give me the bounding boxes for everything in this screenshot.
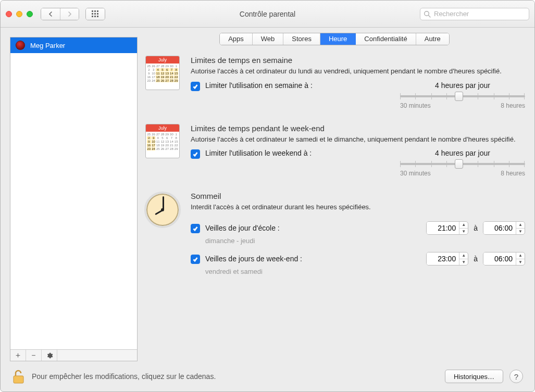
titlebar: Contrôle parental bbox=[1, 1, 534, 28]
user-options-button[interactable] bbox=[42, 350, 57, 361]
user-row-selected[interactable]: Meg Parker bbox=[10, 37, 137, 53]
svg-rect-2 bbox=[97, 10, 98, 12]
school-night-row: Veilles de jour d'école : ▲▼ à ▲▼ bbox=[191, 221, 525, 235]
tab-web[interactable]: Web bbox=[253, 33, 284, 45]
search-icon bbox=[424, 10, 431, 18]
school-end-time[interactable]: ▲▼ bbox=[483, 221, 525, 235]
grid-icon bbox=[86, 8, 105, 20]
weekend-title: Limites de temps pendant le week-end bbox=[191, 124, 525, 133]
stepper-up-icon[interactable]: ▲ bbox=[459, 252, 468, 259]
weekend-night-checkbox[interactable] bbox=[191, 255, 200, 264]
tab-stores[interactable]: Stores bbox=[283, 33, 320, 45]
weekday-checkbox-label: Limiter l'utilisation en semaine à : bbox=[205, 81, 313, 90]
minimize-window-button[interactable] bbox=[16, 11, 22, 17]
sidebar-action-bar: ＋ － bbox=[10, 349, 137, 361]
weekday-slider[interactable] bbox=[400, 92, 525, 101]
svg-line-10 bbox=[428, 15, 430, 17]
calendar-weekday-icon: July 2526272829301 2345678 9101112131415… bbox=[145, 56, 180, 90]
weekend-section: July 2526272829301 2345678 9101112131415… bbox=[144, 124, 525, 178]
school-night-label: Veilles de jour d'école : bbox=[205, 224, 280, 232]
weekend-slider-value: 4 heures par jour bbox=[400, 149, 525, 157]
tab-apps[interactable]: Apps bbox=[220, 33, 253, 45]
user-list: Meg Parker bbox=[10, 37, 137, 349]
svg-rect-5 bbox=[97, 13, 98, 15]
weekday-slider-min: 30 minutes bbox=[400, 102, 431, 109]
to-label: à bbox=[474, 255, 478, 263]
back-button[interactable] bbox=[41, 8, 60, 20]
svg-rect-0 bbox=[92, 10, 93, 12]
weekend-slider-max: 8 heures bbox=[501, 170, 525, 177]
main-panel: Apps Web Stores Heure Confidentialité Au… bbox=[138, 28, 534, 361]
gear-icon bbox=[46, 352, 53, 359]
weekend-slider[interactable] bbox=[400, 159, 525, 169]
school-start-time[interactable]: ▲▼ bbox=[426, 221, 468, 235]
school-night-note: dimanche - jeudi bbox=[205, 237, 525, 245]
stepper-down-icon[interactable]: ▼ bbox=[516, 228, 525, 234]
footer-bar: Pour empêcher les modifications, cliquez… bbox=[1, 361, 534, 391]
weekend-slider-min: 30 minutes bbox=[400, 170, 431, 177]
school-end-input[interactable] bbox=[483, 222, 516, 234]
weekday-checkbox[interactable] bbox=[191, 82, 200, 91]
show-all-preferences[interactable] bbox=[85, 8, 105, 20]
weekend-night-label: Veilles de jours de week-end : bbox=[205, 255, 302, 263]
school-night-checkbox[interactable] bbox=[191, 224, 200, 233]
avatar-icon bbox=[16, 41, 25, 50]
weekday-section: July 2526272829301 2345678 9101112131415… bbox=[144, 56, 525, 109]
logs-button[interactable]: Historiques… bbox=[445, 370, 503, 383]
weekend-night-row: Veilles de jours de week-end : ▲▼ à ▲▼ bbox=[191, 252, 525, 265]
unlock-icon[interactable] bbox=[12, 369, 26, 384]
content-body: Meg Parker ＋ － Apps Web Stores Heure Con… bbox=[1, 28, 534, 361]
search-input[interactable] bbox=[420, 8, 529, 20]
forward-button[interactable] bbox=[60, 8, 79, 20]
clock-icon bbox=[144, 192, 181, 228]
weekend-checkbox-label: Limiter l'utilisation le weekend à : bbox=[205, 149, 312, 157]
weekend-checkbox[interactable] bbox=[191, 149, 200, 159]
preferences-window: Contrôle parental Meg Parker ＋ － bbox=[0, 0, 535, 392]
svg-rect-4 bbox=[94, 13, 96, 15]
weekend-start-input[interactable] bbox=[427, 252, 459, 265]
weekend-desc: Autorise l'accès à cet ordinateur le sam… bbox=[191, 135, 525, 144]
to-label: à bbox=[474, 224, 478, 232]
slider-knob-icon bbox=[455, 92, 463, 101]
weekday-desc: Autorise l'accès à cet ordinateur du lun… bbox=[191, 67, 525, 76]
weekday-title: Limites de temps en semaine bbox=[191, 56, 525, 65]
slider-knob-icon bbox=[455, 159, 463, 169]
svg-rect-7 bbox=[94, 16, 96, 17]
svg-rect-8 bbox=[97, 16, 98, 17]
lock-text: Pour empêcher les modifications, cliquez… bbox=[32, 372, 216, 381]
bedtime-desc: Interdit l'accès à cet ordinateur durant… bbox=[191, 203, 525, 212]
tab-time[interactable]: Heure bbox=[320, 33, 356, 45]
weekday-slider-max: 8 heures bbox=[501, 102, 525, 109]
tab-privacy[interactable]: Confidentialité bbox=[356, 33, 416, 45]
school-start-input[interactable] bbox=[427, 222, 459, 234]
stepper-down-icon[interactable]: ▼ bbox=[459, 228, 468, 234]
weekend-end-input[interactable] bbox=[483, 252, 516, 265]
add-user-button[interactable]: ＋ bbox=[10, 350, 26, 361]
category-tabs: Apps Web Stores Heure Confidentialité Au… bbox=[219, 33, 450, 45]
bedtime-section: Sommeil Interdit l'accès à cet ordinateu… bbox=[144, 192, 525, 283]
remove-user-button[interactable]: － bbox=[26, 350, 42, 361]
stepper-up-icon[interactable]: ▲ bbox=[516, 252, 525, 259]
weekend-night-note: vendredi et samedi bbox=[205, 268, 525, 275]
svg-rect-1 bbox=[94, 10, 96, 12]
help-button[interactable]: ? bbox=[509, 370, 523, 383]
window-controls bbox=[6, 11, 33, 17]
stepper-down-icon[interactable]: ▼ bbox=[516, 259, 525, 265]
stepper-up-icon[interactable]: ▲ bbox=[459, 222, 468, 228]
stepper-up-icon[interactable]: ▲ bbox=[516, 222, 525, 228]
user-name: Meg Parker bbox=[30, 42, 65, 49]
close-window-button[interactable] bbox=[6, 11, 12, 17]
tab-other[interactable]: Autre bbox=[416, 33, 449, 45]
nav-back-forward bbox=[41, 8, 79, 20]
weekend-start-time[interactable]: ▲▼ bbox=[426, 252, 468, 265]
weekday-slider-value: 4 heures par jour bbox=[400, 81, 525, 90]
bedtime-title: Sommeil bbox=[191, 192, 525, 200]
svg-rect-3 bbox=[92, 13, 93, 15]
zoom-window-button[interactable] bbox=[27, 11, 33, 17]
calendar-weekend-icon: July 2526272829301 2345678 9101112131415… bbox=[145, 124, 180, 158]
svg-rect-6 bbox=[92, 16, 93, 17]
weekend-end-time[interactable]: ▲▼ bbox=[483, 252, 525, 265]
users-sidebar: Meg Parker ＋ － bbox=[10, 37, 138, 361]
stepper-down-icon[interactable]: ▼ bbox=[459, 259, 468, 265]
